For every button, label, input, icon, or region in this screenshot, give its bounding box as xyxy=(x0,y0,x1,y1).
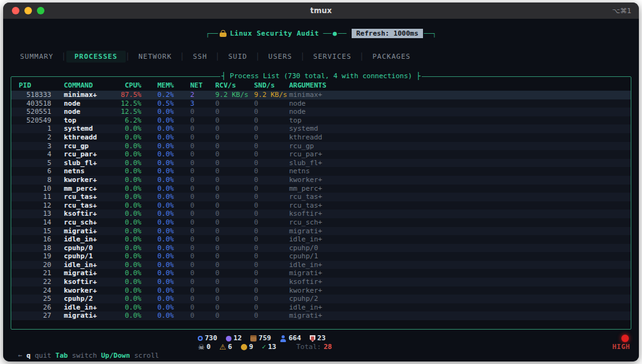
table-row[interactable]: 2kthreadd0.0%0.0%000kthreadd xyxy=(11,133,631,142)
user-icon xyxy=(280,335,287,342)
refresh-interval-badge[interactable]: Refresh: 1000ms xyxy=(352,29,422,38)
table-row[interactable]: 25cpuhp/20.0%0.0%000cpuhp/2 xyxy=(11,295,631,303)
cell-arguments: node xyxy=(289,99,627,108)
table-row[interactable]: 518333minimax+87.5%0.2%29.2 KB/s9.2 KB/s… xyxy=(11,91,631,99)
cell-net: 0 xyxy=(190,108,215,116)
cell-pid: 8 xyxy=(19,176,51,185)
cell-mem: 0.0% xyxy=(141,193,174,201)
table-row[interactable]: 1systemd0.0%0.0%000systemd xyxy=(11,124,631,133)
column-header-command[interactable]: COMMAND xyxy=(64,81,118,90)
process-table-body: 518333minimax+87.5%0.2%29.2 KB/s9.2 KB/s… xyxy=(11,91,631,320)
cell-rcv: 0 xyxy=(215,185,254,193)
tab-ssh[interactable]: SSH xyxy=(185,51,215,63)
header-border-left: ┌── xyxy=(206,29,218,38)
cell-snd: 0 xyxy=(254,252,289,261)
hint-q: q xyxy=(23,351,31,360)
table-row[interactable]: 520551node12.5%0.0%000node xyxy=(11,108,631,116)
process-list-panel: ┤ Process List (730 total, 4 with connec… xyxy=(11,76,631,330)
cell-arguments: kworker+ xyxy=(289,176,627,185)
table-row[interactable]: 22ksoftir+0.0%0.0%000ksoftir+ xyxy=(11,278,631,286)
cell-mem: 0.0% xyxy=(141,176,174,185)
cell-command: systemd xyxy=(64,124,118,133)
cell-cpu: 0.0% xyxy=(118,286,141,295)
cell-net: 0 xyxy=(190,269,215,278)
cell-snd: 0 xyxy=(254,303,289,312)
cell-net: 0 xyxy=(190,159,215,168)
table-row[interactable]: 20idle_in+0.0%0.0%000idle_in+ xyxy=(11,261,631,270)
cell-arguments: cpuhp/2 xyxy=(289,295,627,303)
cell-mem: 0.0% xyxy=(141,167,174,176)
table-row[interactable]: 24kworker+0.0%0.0%000kworker+ xyxy=(11,286,631,295)
tab-network[interactable]: NETWORK xyxy=(130,51,180,63)
table-row[interactable]: 3rcu_gp0.0%0.0%000rcu_gp xyxy=(11,142,631,151)
table-row[interactable]: 18cpuhp/00.0%0.0%000cpuhp/0 xyxy=(11,244,631,253)
table-row[interactable]: 5slub_fl+0.0%0.0%000slub_fl+ xyxy=(11,159,631,168)
cell-snd: 0 xyxy=(254,185,289,193)
cell-snd: 0 xyxy=(254,227,289,236)
table-row[interactable]: 403518node12.5%0.5%300node xyxy=(11,99,631,108)
cell-pid: 14 xyxy=(19,218,51,227)
shield-icon xyxy=(310,335,315,342)
column-header-snds[interactable]: SND/s xyxy=(254,81,289,90)
cell-net: 0 xyxy=(190,185,215,193)
tab-suid[interactable]: SUID xyxy=(220,51,256,63)
titlebar: tmux ⌥⌘1 xyxy=(3,3,639,19)
cell-cpu: 0.0% xyxy=(118,269,141,278)
cell-pid: 520549 xyxy=(19,116,51,125)
cell-command: migrati+ xyxy=(64,227,118,236)
cell-mem: 0.0% xyxy=(141,269,174,278)
table-row[interactable]: 520549top6.2%0.0%000top xyxy=(11,116,631,125)
tab-summary[interactable]: SUMMARY xyxy=(12,51,61,63)
cell-mem: 0.0% xyxy=(141,261,174,270)
table-row[interactable]: 21migrati+0.0%0.0%000migrati+ xyxy=(11,269,631,278)
table-row[interactable]: 16idle_in+0.0%0.0%000idle_in+ xyxy=(11,235,631,244)
column-header-rcvs[interactable]: RCV/s xyxy=(215,81,254,90)
column-header-cpu[interactable]: CPU% xyxy=(118,81,141,90)
cell-cpu: 0.0% xyxy=(118,193,141,201)
cell-rcv: 0 xyxy=(215,150,254,159)
table-row[interactable]: 8kworker+0.0%0.0%000kworker+ xyxy=(11,176,631,185)
cell-command: rcu_tas+ xyxy=(64,201,118,210)
cell-arguments: kthreadd xyxy=(289,133,627,142)
table-row[interactable]: 12rcu_tas+0.0%0.0%000rcu_tas+ xyxy=(11,201,631,210)
cell-mem: 0.0% xyxy=(141,210,174,218)
table-row[interactable]: 27migrati+0.0%0.0%000migrati+ xyxy=(11,311,631,320)
cell-command: minimax+ xyxy=(64,91,118,99)
cell-command: kworker+ xyxy=(64,176,118,185)
column-header-mem[interactable]: MEM% xyxy=(141,81,174,90)
cell-cpu: 0.0% xyxy=(118,252,141,261)
column-header-net[interactable]: NET xyxy=(190,81,215,90)
tab-processes[interactable]: PROCESSES xyxy=(66,51,126,63)
cell-arguments: migrati+ xyxy=(289,269,627,278)
column-header-pid[interactable]: PID xyxy=(19,81,51,90)
cell-net: 0 xyxy=(190,227,215,236)
cell-arguments: rcu_tas+ xyxy=(289,201,627,210)
cell-command: cpuhp/0 xyxy=(64,244,118,253)
cell-rcv: 0 xyxy=(215,108,254,116)
cell-net: 0 xyxy=(190,133,215,142)
table-row[interactable]: 13ksoftir+0.0%0.0%000ksoftir+ xyxy=(11,210,631,218)
cell-pid: 24 xyxy=(19,286,51,295)
cell-arguments: cpuhp/0 xyxy=(289,244,627,253)
table-row[interactable]: 4rcu_par+0.0%0.0%000rcu_par+ xyxy=(11,150,631,159)
cell-rcv: 9.2 KB/s xyxy=(215,91,254,99)
table-row[interactable]: 15migrati+0.0%0.0%000migrati+ xyxy=(11,227,631,236)
cell-pid: 21 xyxy=(19,269,51,278)
tab-services[interactable]: SERVICES xyxy=(305,51,360,63)
cell-pid: 16 xyxy=(19,235,51,244)
table-row[interactable]: 6netns0.0%0.0%000netns xyxy=(11,167,631,176)
stat-value: 730 xyxy=(205,334,217,343)
header-border-right: ──┐ xyxy=(424,29,437,38)
table-row[interactable]: 10mm_perc+0.0%0.0%000mm_perc+ xyxy=(11,185,631,193)
table-row[interactable]: 19cpuhp/10.0%0.0%000cpuhp/1 xyxy=(11,252,631,261)
column-header-arguments[interactable]: ARGUMENTS xyxy=(289,81,627,90)
cell-pid: 12 xyxy=(19,201,51,210)
tab-users[interactable]: USERS xyxy=(260,51,300,63)
cell-cpu: 0.0% xyxy=(118,201,141,210)
table-row[interactable]: 11rcu_tas+0.0%0.0%000rcu_tas+ xyxy=(11,193,631,201)
cell-net: 0 xyxy=(190,252,215,261)
table-row[interactable]: 14rcu_sch+0.0%0.0%000rcu_sch+ xyxy=(11,218,631,227)
tab-packages[interactable]: PACKAGES xyxy=(364,51,419,63)
table-row[interactable]: 26idle_in+0.0%0.0%000idle_in+ xyxy=(11,303,631,312)
connections-ring-icon xyxy=(198,336,203,341)
